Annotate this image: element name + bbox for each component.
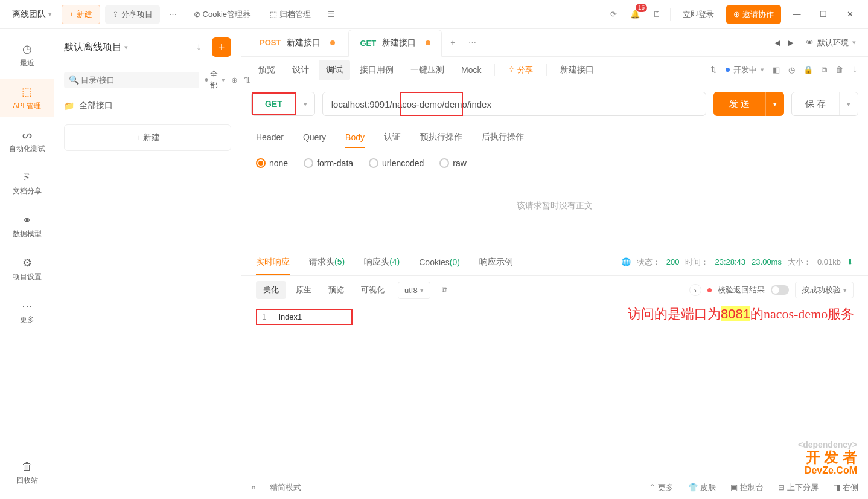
radio-none[interactable]: none — [256, 158, 288, 168]
nav-more[interactable]: ⋯更多 — [0, 293, 54, 331]
radio-urlencoded[interactable]: urlencoded — [369, 158, 424, 168]
search-input[interactable] — [64, 72, 199, 88]
req-tab-body[interactable]: Body — [345, 126, 365, 148]
team-dropdown[interactable]: 离线团队 ▾ — [7, 7, 57, 22]
layout-icon[interactable]: ◧ — [773, 65, 780, 74]
req-tab-pre[interactable]: 预执行操作 — [420, 126, 462, 149]
tab-post-new[interactable]: POST 新建接口 — [249, 29, 346, 56]
copy-icon[interactable]: ⧉ — [822, 65, 827, 75]
status-chip[interactable]: 开发中▾ — [726, 65, 764, 76]
nav-label: 自动化测试 — [9, 144, 45, 154]
bell-icon[interactable]: 🔔16 — [627, 6, 643, 23]
rt-viz[interactable]: 可视化 — [354, 281, 392, 299]
login-button[interactable]: 立即登录 — [675, 5, 721, 24]
resp-tab-cookies[interactable]: Cookies(0) — [419, 250, 460, 274]
env-dropdown[interactable]: 👁 默认环境 ▾ — [801, 35, 861, 51]
locate-icon[interactable]: ⊕ — [231, 71, 238, 88]
lock-icon[interactable]: 🔒 — [803, 65, 813, 74]
label: 更多 — [658, 482, 674, 493]
note-icon[interactable]: 🗒 — [648, 6, 665, 23]
mode-label[interactable]: 精简模式 — [270, 482, 301, 493]
filter-dropdown[interactable]: 全部▾ — [205, 69, 225, 91]
send-button[interactable]: 发 送 ▾ — [713, 92, 784, 116]
tab-more-icon[interactable]: ⋯ — [464, 34, 480, 51]
bb-skin[interactable]: 👕皮肤 — [688, 482, 716, 493]
tb-mock[interactable]: Mock — [454, 60, 488, 80]
send-dropdown[interactable]: ▾ — [765, 92, 784, 116]
tb-debug[interactable]: 调试 — [319, 60, 350, 80]
nav-api[interactable]: ⬚API 管理 — [0, 79, 54, 117]
nav-recent[interactable]: ◷最近 — [0, 36, 54, 74]
rt-raw[interactable]: 原生 — [289, 281, 319, 299]
req-tab-post[interactable]: 后执行操作 — [482, 126, 524, 149]
tb-stress[interactable]: 一键压测 — [403, 60, 452, 80]
radio-form-data[interactable]: form-data — [304, 158, 353, 168]
resp-tab-resp-head[interactable]: 响应头(4) — [364, 250, 400, 275]
resp-tab-req-head[interactable]: 请求头(5) — [309, 250, 345, 275]
chevron-down-icon: ▾ — [843, 286, 847, 294]
tb-new-api[interactable]: 新建接口 — [553, 60, 601, 80]
maximize-icon[interactable]: ☐ — [812, 6, 834, 23]
download-icon[interactable]: ⬇ — [847, 257, 854, 266]
project-title-dropdown[interactable]: 默认离线项目▾ — [64, 41, 185, 54]
bb-console[interactable]: ▣控制台 — [730, 482, 764, 493]
trash-icon[interactable]: 🗑 — [835, 65, 843, 74]
tab-label: Cookies — [419, 257, 450, 267]
resp-tab-example[interactable]: 响应示例 — [479, 250, 513, 275]
nav-docs[interactable]: ⎘文档分享 — [0, 165, 54, 202]
globe-icon[interactable]: 🌐 — [621, 257, 631, 266]
tab-get-new[interactable]: GET 新建接口 — [348, 30, 442, 57]
req-tab-auth[interactable]: 认证 — [384, 126, 401, 149]
list-icon[interactable]: ☰ — [323, 6, 340, 23]
sync-icon[interactable]: ⟳ — [605, 6, 622, 23]
method-dropdown[interactable]: ▾ — [296, 92, 314, 115]
sidebar-new-button[interactable]: +新建 — [64, 124, 231, 151]
next-tab-icon[interactable]: ▶ — [788, 38, 794, 47]
save-button[interactable]: 保 存 ▾ — [791, 92, 858, 116]
export-icon[interactable]: ⤓ — [852, 65, 858, 74]
url-input[interactable]: localhost:9091/nacos-demo/demo/index — [322, 92, 706, 116]
method-select[interactable]: GET — [252, 92, 296, 115]
copy-icon[interactable]: ⧉ — [436, 282, 453, 298]
collapse-left-icon[interactable]: « — [251, 483, 255, 492]
tb-cases[interactable]: 接口用例 — [353, 60, 401, 80]
console-icon: ▣ — [730, 483, 738, 492]
close-icon[interactable]: ✕ — [839, 6, 861, 23]
invite-button[interactable]: ⊕ 邀请协作 — [726, 5, 781, 24]
minimize-icon[interactable]: — — [786, 6, 808, 23]
tb-share[interactable]: ⇪分享 — [501, 60, 540, 80]
radio-raw[interactable]: raw — [439, 158, 467, 168]
nav-data-model[interactable]: ⚭数据模型 — [0, 207, 54, 245]
history-icon[interactable]: ◷ — [788, 65, 795, 74]
bb-right[interactable]: ◨右侧 — [833, 482, 858, 493]
more-icon[interactable]: ⋯ — [165, 6, 182, 23]
nav-auto-test[interactable]: ᔕ自动化测试 — [0, 122, 54, 160]
rt-pretty[interactable]: 美化 — [256, 281, 286, 299]
tb-preview[interactable]: 预览 — [251, 60, 282, 80]
tab-add-button[interactable]: + — [444, 34, 461, 51]
new-button[interactable]: + 新建 — [62, 5, 100, 24]
prev-tab-icon[interactable]: ◀ — [774, 38, 780, 47]
nav-project-settings[interactable]: ⚙项目设置 — [0, 250, 54, 288]
save-dropdown[interactable]: ▾ — [839, 92, 858, 115]
sort-icon[interactable]: ⇅ — [710, 65, 717, 74]
resp-tab-realtime[interactable]: 实时响应 — [256, 250, 290, 275]
bb-split[interactable]: ⊟上下分屏 — [778, 482, 819, 493]
cookie-manager-button[interactable]: ⊘ Cookie管理器 — [187, 5, 258, 24]
encoding-dropdown[interactable]: utf8▾ — [398, 282, 430, 299]
collapse-icon[interactable]: › — [689, 284, 701, 296]
nav-trash[interactable]: 🗑回收站 — [0, 454, 54, 492]
req-tab-header[interactable]: Header — [256, 126, 284, 148]
import-icon[interactable]: ⤓ — [190, 39, 207, 56]
sidebar-item-all-api[interactable]: 📁全部接口 — [54, 94, 241, 117]
rt-preview[interactable]: 预览 — [321, 281, 351, 299]
archive-button[interactable]: ⬚ 归档管理 — [263, 5, 318, 24]
add-button[interactable]: + — [212, 37, 231, 57]
share-project-button[interactable]: ⇪ 分享项目 — [105, 5, 160, 24]
tb-design[interactable]: 设计 — [285, 60, 316, 80]
req-tab-query[interactable]: Query — [303, 126, 326, 148]
more-horiz-icon: ⋯ — [22, 299, 33, 312]
bb-more[interactable]: ⌃更多 — [649, 482, 674, 493]
validate-mode-dropdown[interactable]: 按成功校验▾ — [795, 282, 854, 298]
validate-toggle[interactable] — [771, 285, 789, 295]
